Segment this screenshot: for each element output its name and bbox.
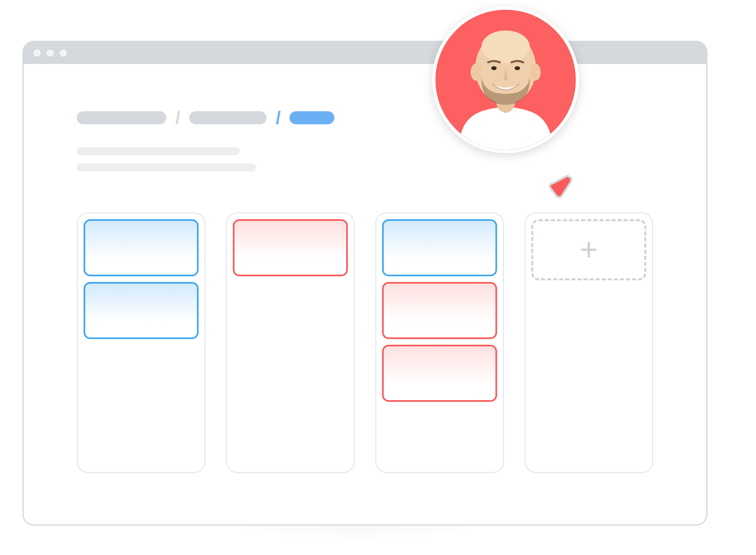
collaborator-cursor-icon bbox=[546, 170, 575, 200]
board-card[interactable] bbox=[382, 282, 497, 339]
breadcrumb-separator: / bbox=[175, 109, 180, 127]
breadcrumb-segment-2[interactable] bbox=[189, 111, 267, 124]
window-control-maximize[interactable] bbox=[60, 49, 67, 57]
breadcrumb-separator-active: / bbox=[276, 109, 281, 127]
board-card[interactable] bbox=[84, 282, 199, 339]
description-line-2 bbox=[77, 163, 256, 172]
add-card-placeholder[interactable] bbox=[531, 219, 646, 280]
breadcrumb-segment-1[interactable] bbox=[77, 111, 166, 124]
board-card[interactable] bbox=[382, 219, 497, 276]
svg-point-8 bbox=[515, 66, 520, 70]
window-control-close[interactable] bbox=[33, 49, 41, 57]
page-description bbox=[77, 147, 653, 172]
board-column-2[interactable] bbox=[226, 212, 355, 473]
avatar-image bbox=[435, 10, 576, 150]
board-card[interactable] bbox=[233, 219, 348, 276]
svg-point-4 bbox=[482, 31, 530, 63]
app-window: / / bbox=[22, 41, 707, 526]
plus-icon bbox=[579, 240, 599, 260]
svg-point-5 bbox=[471, 64, 482, 81]
svg-point-7 bbox=[491, 66, 497, 70]
window-titlebar bbox=[24, 42, 706, 64]
window-control-minimize[interactable] bbox=[46, 49, 54, 57]
breadcrumb-segment-current[interactable] bbox=[290, 111, 334, 124]
board-card[interactable] bbox=[382, 345, 497, 402]
user-avatar[interactable] bbox=[432, 7, 579, 153]
board-column-3[interactable] bbox=[375, 212, 504, 473]
description-line-1 bbox=[77, 147, 240, 155]
board-card[interactable] bbox=[84, 219, 199, 276]
board-column-1[interactable] bbox=[77, 212, 206, 473]
svg-point-6 bbox=[530, 64, 541, 81]
kanban-board bbox=[77, 212, 653, 473]
window-content: / / bbox=[24, 64, 706, 473]
board-column-add[interactable] bbox=[524, 212, 653, 473]
